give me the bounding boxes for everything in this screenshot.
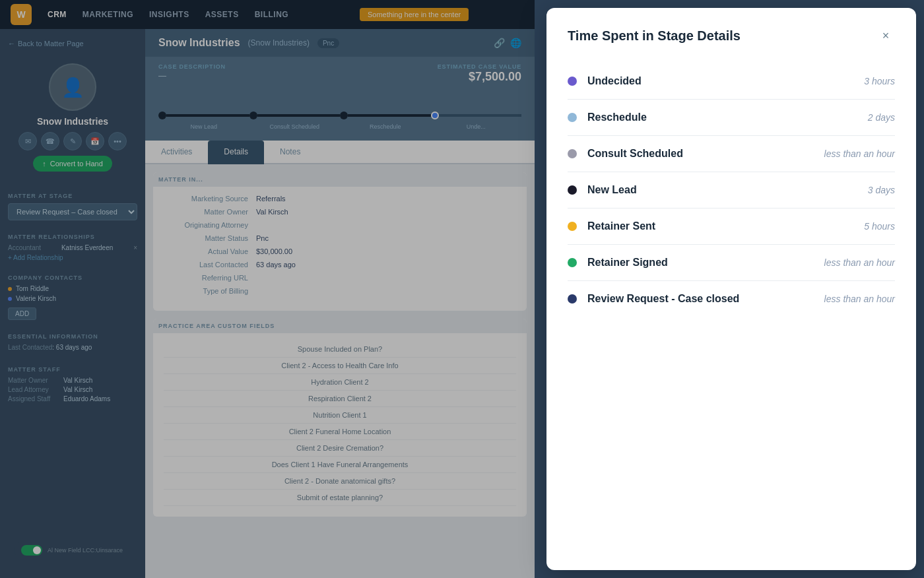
stage-item-retainer-sent: Retainer Sent 5 hours [568, 209, 895, 245]
stage-time-review-request: less than an hour [824, 294, 895, 304]
stage-name-reschedule: Reschedule [587, 112, 868, 123]
stage-item-review-request: Review Request - Case closed less than a… [568, 281, 895, 317]
stage-time-retainer-sent: 5 hours [864, 221, 895, 232]
stage-time-new-lead: 3 days [868, 185, 895, 195]
stage-dot-new-lead [568, 185, 577, 195]
modal-close-button[interactable]: × [876, 26, 895, 45]
stage-item-new-lead: New Lead 3 days [568, 172, 895, 209]
stage-name-review-request: Review Request - Case closed [587, 293, 824, 305]
stage-dot-review-request [568, 294, 577, 304]
stage-dot-undecided [568, 77, 577, 86]
stage-dot-consult-scheduled [568, 149, 577, 158]
modal-header: Time Spent in Stage Details × [568, 26, 895, 45]
stage-time-consult-scheduled: less than an hour [824, 148, 895, 159]
stage-time-undecided: 3 hours [864, 76, 895, 86]
stage-dot-reschedule [568, 113, 577, 122]
stage-name-undecided: Undecided [587, 75, 864, 87]
stage-time-reschedule: 2 days [868, 112, 895, 123]
stage-item-reschedule: Reschedule 2 days [568, 100, 895, 136]
stage-dot-retainer-signed [568, 258, 577, 267]
stage-name-retainer-sent: Retainer Sent [587, 220, 864, 232]
modal-panel: Time Spent in Stage Details × Undecided … [546, 8, 916, 570]
stage-time-retainer-signed: less than an hour [824, 257, 895, 268]
stage-name-retainer-signed: Retainer Signed [587, 257, 824, 269]
stage-name-consult-scheduled: Consult Scheduled [587, 148, 824, 160]
stage-item-consult-scheduled: Consult Scheduled less than an hour [568, 136, 895, 172]
stage-name-new-lead: New Lead [587, 184, 868, 196]
modal-title: Time Spent in Stage Details [568, 28, 741, 44]
stage-item-retainer-signed: Retainer Signed less than an hour [568, 245, 895, 281]
stage-item-undecided: Undecided 3 hours [568, 63, 895, 100]
stage-dot-retainer-sent [568, 222, 577, 231]
